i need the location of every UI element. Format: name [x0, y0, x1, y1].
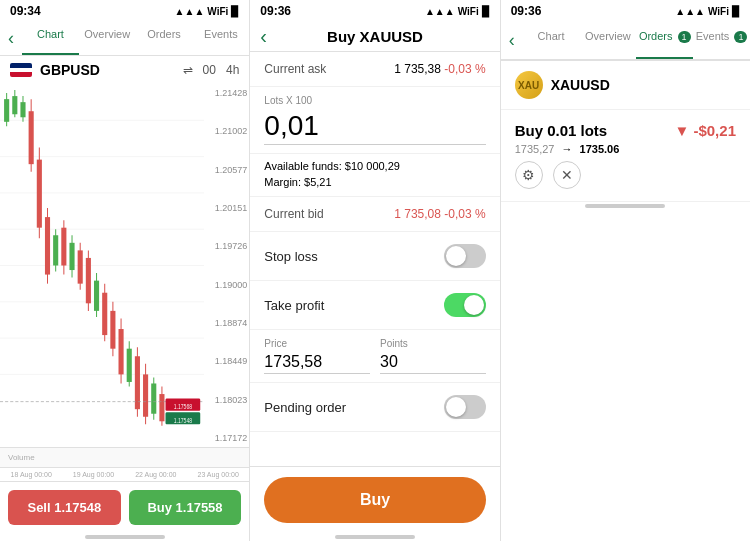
price-p3: 1.20151 — [215, 203, 248, 213]
chart-controls: ⇌ 00 4h — [183, 63, 240, 77]
take-profit-label: Take profit — [264, 298, 324, 313]
stop-loss-row: Stop loss — [250, 232, 499, 281]
sell-button[interactable]: Sell 1.17548 — [8, 490, 121, 525]
status-icons-2: ▲▲▲ WiFi ▉ — [425, 6, 490, 17]
current-ask-value: 1 735,38 -0,03 % — [394, 62, 485, 76]
current-bid-value: 1 735,08 -0,03 % — [394, 207, 485, 221]
order-settings-btn[interactable]: ⚙ — [515, 161, 543, 189]
lots-section: Lots X 100 — [250, 87, 499, 154]
order-close-btn[interactable]: ✕ — [553, 161, 581, 189]
price-p8: 1.18023 — [215, 395, 248, 405]
order-prices: 1735,27 → 1735.06 — [515, 143, 736, 155]
chart-footer: Sell 1.17548 Buy 1.17558 — [0, 481, 249, 533]
tab-orders-1[interactable]: Orders — [136, 22, 193, 55]
order-pnl: ▼ -$0,21 — [674, 122, 736, 139]
status-bar-3: 09:36 ▲▲▲ WiFi ▉ — [501, 0, 750, 22]
back-btn-3[interactable]: ‹ — [501, 22, 523, 59]
price-p6: 1.18874 — [215, 318, 248, 328]
margin-row: Margin: $5,21 — [250, 174, 499, 197]
gold-icon: XAU — [515, 71, 543, 99]
time-2: 09:36 — [260, 4, 291, 18]
signal-icon-2: ▲▲▲ — [425, 6, 455, 17]
buy-header: ‹ Buy XAUUSD — [250, 22, 499, 52]
order-price-to: 1735.06 — [580, 143, 620, 155]
points-label: Points — [380, 338, 486, 349]
status-bar-1: 09:34 ▲▲▲ WiFi ▉ — [0, 0, 249, 22]
chart-filter-icon[interactable]: ⇌ — [183, 63, 193, 77]
signal-icon-3: ▲▲▲ — [675, 6, 705, 17]
back-btn-1[interactable]: ‹ — [0, 22, 22, 55]
order-card: Buy 0.01 lots ▼ -$0,21 1735,27 → 1735.06… — [501, 110, 750, 202]
lots-input[interactable] — [264, 108, 485, 145]
date-2: 19 Aug 00:00 — [73, 471, 114, 478]
lots-label: Lots X 100 — [264, 95, 485, 106]
order-actions: ⚙ ✕ — [515, 161, 736, 189]
pending-order-toggle[interactable] — [444, 395, 486, 419]
available-funds-row: Available funds: $10 000,29 — [250, 154, 499, 174]
buy-back-btn[interactable]: ‹ — [260, 25, 267, 48]
wifi-icon-2: WiFi — [458, 6, 479, 17]
price-points-row: Price Points — [250, 330, 499, 383]
price-p4: 1.19726 — [215, 241, 248, 251]
order-card-header: Buy 0.01 lots ▼ -$0,21 — [515, 122, 736, 139]
tab-orders-3[interactable]: Orders 1 — [636, 22, 693, 59]
events-badge: 1 — [734, 31, 747, 43]
time-3: 09:36 — [511, 4, 542, 18]
tab-events-3[interactable]: Events 1 — [693, 22, 750, 59]
gbp-flag-icon — [10, 63, 32, 77]
date-1: 18 Aug 00:00 — [11, 471, 52, 478]
stop-loss-label: Stop loss — [264, 249, 317, 264]
tab-overview-1[interactable]: Overview — [79, 22, 136, 55]
buy-button[interactable]: Buy 1.17558 — [129, 490, 242, 525]
order-price-from: 1735,27 — [515, 143, 555, 155]
home-bar-3 — [501, 202, 750, 210]
svg-text:1.17548: 1.17548 — [174, 416, 193, 424]
tab-chart-3[interactable]: Chart — [523, 22, 580, 59]
pending-order-label: Pending order — [264, 400, 346, 415]
current-ask-label: Current ask — [264, 62, 326, 76]
points-input[interactable] — [380, 351, 486, 374]
timeframe-label[interactable]: 4h — [226, 63, 239, 77]
tab-overview-3[interactable]: Overview — [579, 22, 636, 59]
battery-icon-2: ▉ — [482, 6, 490, 17]
order-symbol-row: XAU XAUUSD — [501, 61, 750, 110]
order-lots-label: Buy 0.01 lots — [515, 122, 608, 139]
buy-action-button[interactable]: Buy — [264, 477, 485, 523]
date-axis: 18 Aug 00:00 19 Aug 00:00 22 Aug 00:00 2… — [0, 467, 249, 481]
time-1: 09:34 — [10, 4, 41, 18]
wifi-icon-3: WiFi — [708, 6, 729, 17]
take-profit-row: Take profit — [250, 281, 499, 330]
tab-bar-1: ‹ Chart Overview Orders Events — [0, 22, 249, 56]
volume-label: Volume — [8, 453, 35, 462]
tab-events-1[interactable]: Events — [192, 22, 249, 55]
order-symbol-name: XAUUSD — [551, 77, 610, 93]
buy-title: Buy XAUUSD — [327, 28, 423, 45]
chart-area: 1.21428 1.21002 1.20577 1.20151 1.19726 … — [0, 84, 249, 447]
price-labels: 1.21428 1.21002 1.20577 1.20151 1.19726 … — [215, 84, 248, 447]
chart-timer-icon[interactable]: 00 — [203, 63, 216, 77]
orders-panel: 09:36 ▲▲▲ WiFi ▉ ‹ Chart Overview Orders… — [501, 0, 750, 541]
tab-chart-1[interactable]: Chart — [22, 22, 79, 55]
take-profit-toggle[interactable] — [444, 293, 486, 317]
date-3: 22 Aug 00:00 — [135, 471, 176, 478]
price-input[interactable] — [264, 351, 370, 374]
take-profit-knob — [464, 295, 484, 315]
svg-text:1.17568: 1.17568 — [174, 402, 193, 410]
pending-order-knob — [446, 397, 466, 417]
price-low: 1.17172 — [215, 433, 248, 443]
candlestick-chart: 1.17568 1.17548 — [0, 84, 204, 447]
status-icons-3: ▲▲▲ WiFi ▉ — [675, 6, 740, 17]
volume-area: Volume — [0, 447, 249, 467]
price-p2: 1.20577 — [215, 165, 248, 175]
order-price-arrow: → — [561, 143, 572, 155]
stop-loss-toggle[interactable] — [444, 244, 486, 268]
status-icons-1: ▲▲▲ WiFi ▉ — [175, 6, 240, 17]
home-bar-2 — [250, 533, 499, 541]
price-high: 1.21428 — [215, 88, 248, 98]
points-field: Points — [380, 338, 486, 374]
orders-tab-bar: ‹ Chart Overview Orders 1 Events 1 — [501, 22, 750, 61]
chart-panel: 09:34 ▲▲▲ WiFi ▉ ‹ Chart Overview Orders… — [0, 0, 250, 541]
symbol-name-1: GBPUSD — [40, 62, 100, 78]
current-bid-label: Current bid — [264, 207, 323, 221]
buy-panel: 09:36 ▲▲▲ WiFi ▉ ‹ Buy XAUUSD Current as… — [250, 0, 500, 541]
